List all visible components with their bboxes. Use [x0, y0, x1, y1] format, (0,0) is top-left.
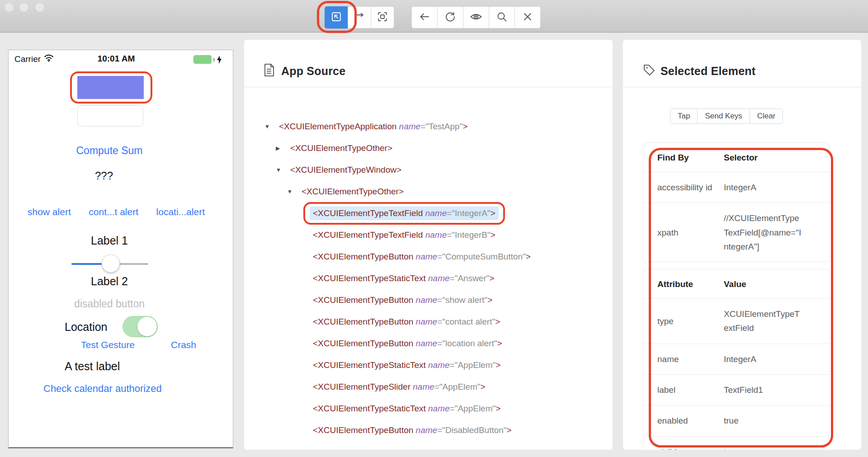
- expander-down-icon[interactable]: ▼: [276, 167, 287, 173]
- toggle-knob: [137, 317, 157, 336]
- table-header: Find By: [643, 143, 724, 172]
- tree-node-xml[interactable]: <XCUIElementTypeApplication name="TestAp…: [276, 120, 471, 133]
- tree-node-xml[interactable]: <XCUIElementTypeTextField name="IntegerA…: [310, 207, 499, 220]
- row-label: name: [643, 344, 724, 374]
- tree-node[interactable]: ▶<XCUIElementTypeOther>: [244, 137, 613, 159]
- back-button[interactable]: [411, 6, 438, 28]
- tree-node-xml[interactable]: <XCUIElementTypeButton name="contact ale…: [310, 315, 503, 329]
- tree-node[interactable]: <XCUIElementTypeButton name="contact ale…: [244, 311, 613, 333]
- close-icon: [522, 11, 533, 24]
- disabled-button: disabled button: [42, 298, 177, 310]
- slider-label-2: Label 2: [42, 275, 177, 288]
- expander-down-icon[interactable]: ▼: [264, 123, 276, 130]
- row-label: label: [643, 375, 724, 405]
- select-elements-icon: [330, 11, 342, 24]
- slider-label-1: Label 1: [42, 234, 177, 247]
- source-tree: ▼<XCUIElementTypeApplication name="TestA…: [244, 116, 613, 441]
- tree-node[interactable]: <XCUIElementTypeButton name="location al…: [244, 333, 613, 354]
- screenshot-button[interactable]: [463, 6, 489, 28]
- zoom-window-button[interactable]: [35, 2, 45, 12]
- row-label: enabled: [643, 405, 724, 436]
- tree-node-xml[interactable]: <XCUIElementTypeStaticText name="AppElem…: [310, 402, 504, 415]
- row-label: accessibility id: [643, 172, 724, 203]
- textfield-integer-b[interactable]: [77, 105, 143, 127]
- row-label: visible: [643, 436, 724, 450]
- tree-node[interactable]: <XCUIElementTypeTextField name="IntegerB…: [244, 224, 613, 246]
- tree-node[interactable]: <XCUIElementTypeStaticText name="AppElem…: [244, 398, 613, 419]
- tree-node-xml[interactable]: <XCUIElementTypeOther>: [287, 141, 396, 155]
- textfield-integer-a[interactable]: [77, 76, 144, 99]
- tree-node[interactable]: <XCUIElementTypeButton name="ComputeSumB…: [244, 246, 613, 268]
- crash-button[interactable]: Crash: [171, 339, 196, 350]
- table-row: enabledtrue: [643, 405, 829, 436]
- answer-label: ???: [36, 170, 172, 182]
- tree-node[interactable]: ▼<XCUIElementTypeOther>: [244, 181, 613, 203]
- send-keys-button[interactable]: Send Keys: [697, 108, 750, 124]
- refresh-button[interactable]: [437, 6, 463, 28]
- slider-thumb[interactable]: [102, 254, 120, 273]
- tree-node[interactable]: <XCUIElementTypeTextField name="IntegerA…: [244, 203, 613, 224]
- table-header: Value: [724, 269, 829, 299]
- refresh-icon: [444, 11, 456, 24]
- tap-by-coordinates-button[interactable]: [371, 6, 394, 28]
- tree-node[interactable]: ▼<XCUIElementTypeWindow>: [244, 159, 613, 181]
- tree-node-xml[interactable]: <XCUIElementTypeButton name="ComputeSumB…: [310, 250, 534, 264]
- tree-node-xml[interactable]: <XCUIElementTypeOther>: [298, 185, 407, 198]
- tree-node-xml[interactable]: <XCUIElementTypeStaticText name="Answer"…: [310, 272, 498, 285]
- tree-node-xml[interactable]: <XCUIElementTypeStaticText name="AppElem…: [310, 358, 504, 372]
- swipe-by-coordinates-button[interactable]: [348, 6, 371, 28]
- clear-button[interactable]: Clear: [750, 108, 783, 124]
- location-toggle[interactable]: [123, 316, 158, 337]
- search-icon: [496, 11, 508, 24]
- device-screenshot[interactable]: Carrier 10:01 AM Compute Sum ??? show al…: [8, 50, 233, 448]
- tree-node-xml[interactable]: <XCUIElementTypeWindow>: [287, 163, 405, 177]
- contact-alert-button[interactable]: cont...t alert: [89, 207, 138, 217]
- close-window-button[interactable]: [4, 2, 14, 12]
- tree-node[interactable]: <XCUIElementTypeButton name="show alert"…: [244, 289, 613, 311]
- row-label: xpath: [643, 203, 724, 262]
- tree-node[interactable]: <XCUIElementTypeStaticText name="AppElem…: [244, 354, 613, 376]
- selected-element-panel: Selected Element Tap Send Keys Clear Fin…: [623, 40, 861, 450]
- table-row: typeXCUIElementTypeTextField: [643, 299, 829, 344]
- minimize-window-button[interactable]: [19, 2, 29, 12]
- app-source-panel: App Source ▼<XCUIElementTypeApplication …: [244, 40, 613, 450]
- tree-node[interactable]: <XCUIElementTypeStaticText name="Answer"…: [244, 268, 613, 289]
- document-icon: [263, 63, 275, 79]
- tree-node-xml[interactable]: <XCUIElementTypeButton name="location al…: [310, 337, 505, 350]
- swipe-coordinates-icon: [354, 11, 365, 24]
- check-calendar-button[interactable]: Check calendar authorized: [43, 383, 162, 395]
- compute-sum-button[interactable]: Compute Sum: [42, 145, 177, 157]
- attribute-card: AttributeValuetypeXCUIElementTypeTextFie…: [643, 269, 830, 450]
- alert-links-row: show alert cont...t alert locati...alert: [28, 207, 205, 217]
- show-alert-button[interactable]: show alert: [28, 207, 71, 217]
- tree-node-xml[interactable]: <XCUIElementTypeButton name="show alert"…: [310, 293, 495, 307]
- table-header: Attribute: [643, 269, 724, 299]
- quit-session-button[interactable]: [514, 6, 541, 28]
- statusbar-time: 10:01 AM: [9, 54, 224, 64]
- selected-element-title: Selected Element: [660, 65, 755, 78]
- location-alert-button[interactable]: locati...alert: [156, 207, 205, 217]
- tree-node[interactable]: <XCUIElementTypeButton name="DisabledBut…: [244, 419, 613, 441]
- element-actions-group: Tap Send Keys Clear: [670, 108, 783, 124]
- row-value: true: [724, 436, 829, 450]
- tap-button[interactable]: Tap: [670, 108, 698, 124]
- search-button[interactable]: [489, 6, 515, 28]
- tag-icon: [643, 64, 656, 78]
- table-row: labelTextField1: [643, 375, 829, 405]
- app-source-title: App Source: [281, 65, 345, 78]
- tree-node-xml[interactable]: <XCUIElementTypeButton name="DisabledBut…: [310, 424, 515, 437]
- tree-node-xml[interactable]: <XCUIElementTypeTextField name="IntegerB…: [310, 228, 499, 242]
- test-gesture-button[interactable]: Test Gesture: [81, 339, 135, 350]
- find-by-card: Find BySelectoraccessibility idIntegerAx…: [643, 142, 830, 262]
- session-actions-group: [411, 6, 541, 28]
- expander-right-icon[interactable]: ▶: [276, 145, 287, 151]
- back-icon: [419, 11, 430, 24]
- select-elements-button[interactable]: [325, 6, 348, 28]
- table-row: xpath//XCUIElementTypeTextField[@name="I…: [643, 203, 829, 262]
- tree-node[interactable]: <XCUIElementTypeSlider name="AppElem">: [244, 376, 613, 398]
- expander-down-icon[interactable]: ▼: [287, 188, 298, 195]
- tree-node-xml[interactable]: <XCUIElementTypeSlider name="AppElem">: [310, 380, 489, 394]
- table-row: nameIntegerA: [643, 344, 829, 374]
- location-label: Location: [65, 320, 108, 334]
- tree-node[interactable]: ▼<XCUIElementTypeApplication name="TestA…: [244, 116, 613, 137]
